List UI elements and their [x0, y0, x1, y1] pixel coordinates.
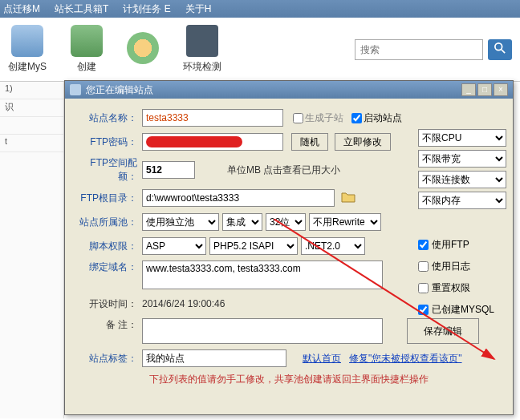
net-select[interactable]: .NET2.0	[301, 237, 365, 255]
search-button[interactable]	[488, 39, 512, 60]
memory-limit-select[interactable]: 不限内存	[418, 192, 506, 209]
dialog-titlebar[interactable]: 您正在编辑站点 _ □ ×	[65, 81, 513, 99]
menu-item[interactable]: 关于H	[185, 2, 212, 16]
folder-icon	[341, 191, 355, 204]
bandwidth-limit-select[interactable]: 不限带宽	[418, 150, 506, 168]
close-button[interactable]: ×	[494, 83, 508, 96]
random-button[interactable]: 随机	[291, 133, 328, 151]
left-grid: 1) 识 t	[0, 82, 64, 418]
grid-cell: 识	[0, 99, 63, 117]
use-log-check[interactable]: 使用日志	[418, 260, 506, 273]
label-open-time: 开设时间：	[73, 297, 142, 311]
app-icon	[70, 84, 81, 95]
dialog-title: 您正在编辑站点	[86, 83, 153, 97]
quota-note[interactable]: 单位MB 点击查看已用大小	[227, 164, 340, 177]
site-name-input[interactable]	[142, 109, 283, 127]
search-area	[355, 39, 512, 60]
label-pool: 站点所属池：	[73, 216, 142, 229]
pool-select[interactable]: 使用独立池	[142, 213, 219, 231]
use-ftp-check[interactable]: 使用FTP	[418, 238, 506, 252]
label-quota: FTP空间配额：	[73, 156, 142, 184]
enable-site-check[interactable]: 启动站点	[351, 111, 402, 125]
toolbar: 创建MyS 创建 环境检测	[0, 18, 520, 82]
site-tag-input[interactable]	[142, 349, 286, 367]
grid-cell	[0, 117, 63, 135]
php-select[interactable]: PHP5.2 ISAPI	[209, 237, 298, 255]
bits-select[interactable]: 32位	[266, 213, 306, 231]
monitor-icon	[186, 25, 218, 57]
gen-substation-check[interactable]: 生成子站	[293, 111, 343, 125]
svg-line-1	[502, 50, 505, 53]
pie-icon	[127, 32, 159, 64]
label-tag: 站点标签：	[73, 352, 142, 365]
label-script: 脚本权限：	[73, 240, 142, 253]
browse-folder-button[interactable]	[341, 191, 355, 206]
edit-site-dialog: 您正在编辑站点 _ □ × 不限CPU 不限带宽 不限连接数 不限内存 使用FT…	[64, 80, 514, 415]
search-input[interactable]	[355, 39, 483, 60]
database-icon	[11, 25, 43, 57]
menu-item[interactable]: 计划任务 E	[123, 2, 170, 16]
asp-select[interactable]: ASP	[142, 237, 206, 255]
minimize-button[interactable]: _	[461, 83, 476, 96]
right-limits: 不限CPU 不限带宽 不限连接数 不限内存	[418, 108, 506, 209]
rewrite-select[interactable]: 不用Rewrite	[309, 213, 381, 231]
right-checks: 使用FTP 使用日志 重置权限 已创建MYSQL	[418, 238, 506, 317]
root-input[interactable]	[142, 189, 335, 207]
domain-textarea[interactable]: www.testa3333.com, testa3333.com	[142, 260, 383, 289]
redacted-mark	[146, 136, 242, 147]
warning-text: 下拉列表的值请勿手工修改，共享池创建请返回主界面快捷栏操作	[73, 373, 505, 386]
grid-cell: 1)	[0, 82, 63, 99]
tool-pie[interactable]	[127, 32, 159, 67]
ftp-password-input[interactable]	[142, 133, 283, 151]
tool-create-mysql[interactable]: 创建MyS	[8, 25, 47, 74]
default-page-link[interactable]: 默认首页	[303, 352, 341, 365]
reset-perm-check[interactable]: 重置权限	[418, 281, 506, 295]
maximize-button[interactable]: □	[477, 83, 492, 96]
label-root: FTP根目录：	[73, 192, 142, 205]
label-remark: 备 注：	[73, 318, 142, 332]
grid-cell: t	[0, 135, 63, 152]
menu-item[interactable]: 点迁移M	[3, 2, 40, 16]
svg-point-0	[495, 43, 502, 50]
database-icon	[71, 25, 103, 57]
modify-button[interactable]: 立即修改	[335, 133, 391, 151]
tool-create[interactable]: 创建	[71, 25, 103, 74]
remark-textarea[interactable]	[142, 318, 383, 344]
save-button[interactable]: 保存编辑	[407, 318, 479, 344]
open-time-value: 2014/6/24 19:00:46	[142, 298, 225, 309]
cpu-limit-select[interactable]: 不限CPU	[418, 129, 506, 147]
label-site-name: 站点名称：	[73, 111, 142, 125]
quota-input[interactable]	[142, 161, 195, 179]
mysql-created-check[interactable]: 已创建MYSQL	[418, 303, 506, 317]
connections-limit-select[interactable]: 不限连接数	[418, 171, 506, 188]
search-icon	[494, 42, 506, 54]
menu-item[interactable]: 站长工具箱T	[55, 2, 108, 16]
fix-auth-link[interactable]: 修复"您未被授权查看该页"	[349, 352, 462, 365]
label-ftp-pwd: FTP密码：	[73, 135, 142, 149]
menubar: 点迁移M 站长工具箱T 计划任务 E 关于H	[0, 0, 520, 18]
tool-env[interactable]: 环境检测	[183, 25, 221, 74]
integration-select[interactable]: 集成	[222, 213, 262, 231]
label-domain: 绑定域名：	[73, 260, 142, 274]
